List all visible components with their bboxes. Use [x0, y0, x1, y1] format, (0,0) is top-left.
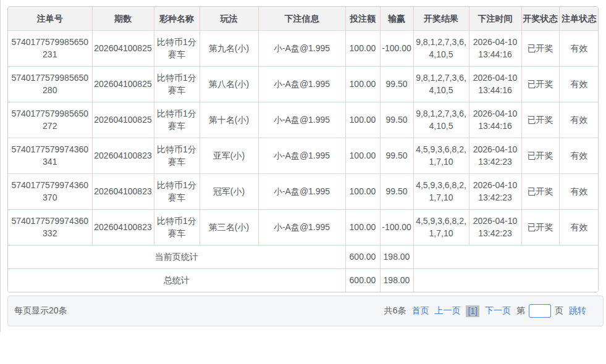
- cell-bet-info: 小-A盘@1.995: [258, 138, 345, 173]
- jump-suffix-label: 页: [555, 305, 563, 316]
- bet-records-table: 注单号 期数 彩种名称 玩法 下注信息 投注额 输赢 开奖结果 下注时间 开奖状…: [8, 7, 599, 292]
- cell-bet-info: 小-A盘@1.995: [258, 30, 345, 66]
- table-row: 5740177579985650272 202604100825 比特币1分赛车…: [8, 102, 599, 138]
- cell-win-loss: 99.50: [380, 138, 413, 173]
- total-count-label: 共6条: [384, 305, 406, 316]
- column-header-bet-info: 下注信息: [258, 7, 345, 30]
- cell-win-loss: 99.50: [380, 66, 413, 102]
- cell-period: 202604100825: [92, 102, 154, 138]
- cell-lottery: 比特币1分赛车: [154, 173, 200, 209]
- cell-amount: 100.00: [345, 102, 380, 138]
- cell-draw-status: 已开奖: [521, 30, 559, 66]
- column-header-result: 开奖结果: [413, 7, 469, 30]
- cell-period: 202604100823: [92, 173, 154, 209]
- cell-result: 4,5,9,3,6,8,2,1,7,10: [413, 209, 469, 245]
- table-row: 5740177579985650231 202604100825 比特币1分赛车…: [8, 30, 599, 66]
- column-header-amount: 投注额: [345, 7, 380, 30]
- cell-bet-time: 2026-04-10 13:44:16: [469, 66, 521, 102]
- per-page-label: 每页显示20条: [14, 305, 67, 316]
- table-row: 5740177579974360370 202604100823 比特币1分赛车…: [8, 173, 599, 209]
- page-jump-group: 第 页: [516, 304, 563, 318]
- cell-bet-info: 小-A盘@1.995: [258, 173, 345, 209]
- column-header-order-no: 注单号: [8, 7, 92, 30]
- page-jump-input[interactable]: [529, 304, 551, 318]
- column-header-order-status: 注单状态: [559, 7, 599, 30]
- cell-amount: 100.00: [345, 30, 380, 66]
- cell-amount: 100.00: [345, 138, 380, 173]
- cell-order-no: 5740177579974360332: [8, 209, 92, 245]
- cell-order-no: 5740177579985650280: [8, 66, 92, 102]
- jump-prefix-label: 第: [516, 305, 525, 316]
- cell-win-loss: -100.00: [380, 30, 413, 66]
- cell-amount: 100.00: [345, 66, 380, 102]
- cell-order-status: 有效: [559, 209, 599, 245]
- cell-result: 9,8,1,2,7,3,6,4,10,5: [413, 30, 469, 66]
- cell-win-loss: 99.50: [380, 173, 413, 209]
- total-summary-amount: 600.00: [345, 268, 380, 292]
- page-summary-empty: [413, 245, 599, 268]
- cell-draw-status: 已开奖: [521, 209, 559, 245]
- cell-draw-status: 已开奖: [521, 138, 559, 173]
- cell-bet-info: 小-A盘@1.995: [258, 66, 345, 102]
- jump-button[interactable]: 跳转: [569, 305, 586, 316]
- cell-draw-status: 已开奖: [521, 66, 559, 102]
- total-summary-label: 总统计: [8, 268, 345, 292]
- cell-lottery: 比特币1分赛车: [154, 138, 200, 173]
- cell-play: 亚军(小): [200, 138, 258, 173]
- cell-order-status: 有效: [559, 138, 599, 173]
- cell-bet-info: 小-A盘@1.995: [258, 102, 345, 138]
- cell-lottery: 比特币1分赛车: [154, 102, 200, 138]
- cell-amount: 100.00: [345, 173, 380, 209]
- panel-left-divider: [0, 0, 1, 332]
- total-summary-empty: [413, 268, 599, 292]
- cell-win-loss: 99.50: [380, 102, 413, 138]
- cell-lottery: 比特币1分赛车: [154, 66, 200, 102]
- cell-order-status: 有效: [559, 30, 599, 66]
- table-header-row: 注单号 期数 彩种名称 玩法 下注信息 投注额 输赢 开奖结果 下注时间 开奖状…: [8, 7, 599, 30]
- cell-period: 202604100823: [92, 138, 154, 173]
- cell-win-loss: -100.00: [380, 209, 413, 245]
- cell-order-no: 5740177579985650272: [8, 102, 92, 138]
- table-row: 5740177579974360332 202604100823 比特币1分赛车…: [8, 209, 599, 245]
- cell-result: 9,8,1,2,7,3,6,4,10,5: [413, 66, 469, 102]
- page-summary-amount: 600.00: [345, 245, 380, 268]
- total-summary-win-loss: 198.00: [380, 268, 413, 292]
- bet-records-table-container: 注单号 期数 彩种名称 玩法 下注信息 投注额 输赢 开奖结果 下注时间 开奖状…: [7, 6, 599, 292]
- cell-result: 4,5,9,3,6,8,2,1,7,10: [413, 173, 469, 209]
- first-page-link[interactable]: 首页: [411, 305, 429, 316]
- cell-result: 4,5,9,3,6,8,2,1,7,10: [413, 138, 469, 173]
- cell-period: 202604100823: [92, 209, 154, 245]
- cell-amount: 100.00: [345, 209, 380, 245]
- cell-lottery: 比特币1分赛车: [154, 30, 200, 66]
- cell-play: 第九名(小): [200, 30, 258, 66]
- column-header-bet-time: 下注时间: [469, 7, 521, 30]
- next-page-link[interactable]: 下一页: [485, 305, 511, 316]
- cell-draw-status: 已开奖: [521, 173, 559, 209]
- cell-bet-time: 2026-04-10 13:44:16: [469, 30, 521, 66]
- cell-play: 第三名(小): [200, 209, 258, 245]
- total-summary-row: 总统计 600.00 198.00: [8, 268, 599, 292]
- cell-period: 202604100825: [92, 30, 154, 66]
- prev-page-link[interactable]: 上一页: [434, 305, 460, 316]
- cell-play: 第十名(小): [200, 102, 258, 138]
- cell-bet-time: 2026-04-10 13:42:23: [469, 209, 521, 245]
- cell-bet-time: 2026-04-10 13:42:23: [469, 173, 521, 209]
- cell-order-no: 5740177579974360370: [8, 173, 92, 209]
- cell-period: 202604100825: [92, 66, 154, 102]
- cell-order-status: 有效: [559, 173, 599, 209]
- cell-draw-status: 已开奖: [521, 102, 559, 138]
- cell-order-no: 5740177579974360341: [8, 138, 92, 173]
- column-header-play: 玩法: [200, 7, 258, 30]
- column-header-period: 期数: [92, 7, 154, 30]
- page-summary-label: 当前页统计: [8, 245, 345, 268]
- column-header-draw-status: 开奖状态: [521, 7, 559, 30]
- cell-bet-time: 2026-04-10 13:42:23: [469, 138, 521, 173]
- cell-order-status: 有效: [559, 66, 599, 102]
- cell-play: 第八名(小): [200, 66, 258, 102]
- table-row: 5740177579974360341 202604100823 比特币1分赛车…: [8, 138, 599, 173]
- column-header-win-loss: 输赢: [380, 7, 413, 30]
- page-summary-win-loss: 198.00: [380, 245, 413, 268]
- cell-bet-time: 2026-04-10 13:44:16: [469, 102, 521, 138]
- cell-lottery: 比特币1分赛车: [154, 209, 200, 245]
- current-page-badge: [1]: [466, 305, 479, 317]
